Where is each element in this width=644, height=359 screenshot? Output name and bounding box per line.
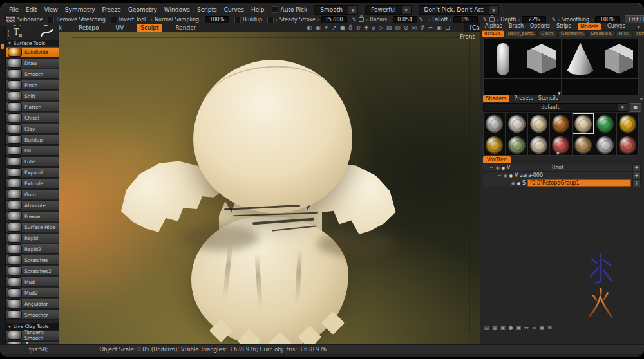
shader-tab[interactable]: Presets [515,95,533,102]
voxtree-row[interactable]: − ◉ ● V Root + [483,164,641,172]
shader-tab[interactable]: Stencils [538,95,558,102]
shader-swatch[interactable] [594,134,616,155]
model-category-tab[interactable]: Greebles. [588,30,614,37]
tool-button[interactable]: Shift [6,91,59,101]
tool-button[interactable]: Angulator [6,299,59,309]
tool-button[interactable]: Subdivide [6,47,59,57]
panel-tab[interactable]: Options [530,23,550,30]
increment-icon[interactable]: › [518,17,520,23]
menu-item[interactable]: Freeze [102,6,121,13]
model-category-tab[interactable]: Body_parts. [506,30,537,37]
panel-tab[interactable]: Alphas [485,23,502,30]
lock-icon[interactable] [359,17,364,22]
shader-swatch[interactable] [484,113,505,134]
pen-pressure-icon[interactable]: ✎ [352,17,357,23]
collapse-icon[interactable]: − [505,180,509,186]
checkbox-icon[interactable] [234,17,241,23]
menu-item[interactable]: View [44,6,58,13]
checkbox-icon[interactable] [111,17,117,23]
menu-item[interactable]: Scripts [197,6,217,13]
viewport-tool-icon[interactable]: ▤ [386,24,392,31]
decrement-icon[interactable]: ‹ [428,17,430,23]
model-category-tab[interactable]: Misc. [616,30,632,37]
pen-pressure-icon[interactable]: ✎ [551,17,556,23]
render-dot-icon[interactable]: ● [517,181,520,185]
menu-item[interactable]: Windows [164,6,190,13]
tool-button[interactable]: Surface Hide [6,222,59,232]
viewport-tool-icon[interactable]: ⊟ [445,24,450,31]
viewport-tool-icon[interactable]: ✶ [324,24,329,31]
voxtree-action-icon[interactable]: ⊠ [547,325,552,331]
panel-tab[interactable]: Models [578,23,601,30]
tool-button[interactable]: Expand [6,167,59,178]
model-category-tab[interactable]: Cloth. [538,30,557,37]
increment-icon[interactable]: › [317,17,319,23]
invert-tool-toggle[interactable]: Invert Tool [111,17,146,23]
voxtree-action-icon[interactable]: ▤ [484,325,489,331]
model-thumbnail[interactable] [600,79,638,95]
chevron-down-icon[interactable]: ▼ [489,6,498,14]
voxtree-action-icon[interactable]: ▦ [493,325,498,331]
chevron-down-icon[interactable]: ▼ [637,24,640,29]
tool-button[interactable]: Draw [6,58,59,68]
sidebar-scroll-strip[interactable] [0,26,6,344]
viewport-tool-icon[interactable]: ✚ [364,24,369,31]
model-thumbnail[interactable] [484,39,522,78]
menu-item[interactable]: File [9,6,19,13]
voxtree-action-icon[interactable]: ▣ [540,325,545,331]
voxtree-action-icon[interactable]: ● [509,325,513,331]
workspace-tab[interactable]: Render [171,24,200,32]
chevron-down-icon[interactable]: ▼ [348,6,357,14]
shader-swatch[interactable] [617,134,638,155]
voxtree-action-icon[interactable]: ↔ [524,325,529,331]
increment-icon[interactable]: › [389,17,391,23]
tool-button[interactable]: Scratches2 [6,266,59,276]
model-thumbnail[interactable] [484,79,522,95]
model-category-tab[interactable]: default. [482,30,504,37]
sculpt-model[interactable] [59,32,480,344]
lock-icon[interactable] [489,17,495,22]
model-thumbnail[interactable] [522,39,560,78]
tool-button[interactable]: Mud [6,277,59,287]
layer-name[interactable]: [0.0]RetopoGroup1 [527,180,631,187]
decrement-icon[interactable]: ‹ [558,17,560,23]
shader-swatch[interactable] [550,113,571,134]
viewport-tool-icon[interactable]: ⌐ [428,24,433,31]
panel-tab[interactable]: Brush [509,23,524,30]
decrement-icon[interactable]: ‹ [366,17,368,23]
tool-button[interactable]: Rapid2 [6,244,59,254]
viewport-tool-icon[interactable]: ▣ [436,24,442,31]
buildup-toggle[interactable]: Buildup [234,17,262,23]
checkbox-icon[interactable] [267,17,274,23]
workspace-tab[interactable]: UV [112,24,128,32]
sculpt-viewport[interactable]: Front [59,32,480,344]
model-category-tab[interactable]: Parts. [634,30,644,37]
tool-button[interactable]: Scratches [6,255,59,265]
shader-swatch[interactable] [617,113,638,134]
layer-name[interactable]: zara-000 [520,172,543,178]
panel-tab[interactable]: Strips [556,23,571,30]
render-dot-icon[interactable]: ● [509,173,513,178]
increment-icon[interactable]: › [591,17,593,23]
voxtree-action-icon[interactable]: ≡ [532,325,536,331]
tool-button[interactable]: Gum [6,189,59,199]
checkbox-icon[interactable] [272,6,278,13]
tool-button[interactable]: Rapid [6,233,59,243]
tool-button[interactable]: Smoother [6,309,59,320]
remove-stretching-toggle[interactable]: Remove Stretching [48,17,105,23]
tool-button[interactable]: Chisel [6,113,59,123]
tool-button[interactable]: Pinch [6,80,59,90]
workspace-tab[interactable]: Retopo [75,24,103,32]
workspace-tab[interactable]: Sculpt [137,24,162,32]
tool-button[interactable]: Freeze [6,211,59,221]
viewport-tool-icon[interactable]: ◐ [307,24,312,31]
increment-icon[interactable]: › [450,17,451,23]
model-thumbnail[interactable] [522,79,560,95]
panel-tab[interactable]: Curves [607,23,625,30]
layer-name[interactable]: Root [483,165,632,170]
shader-swatch[interactable] [506,134,527,155]
viewport-tool-icon[interactable]: ● [340,24,345,31]
collapse-arrow-icon[interactable]: ( [7,29,10,37]
tool-button[interactable]: Mud2 [6,288,59,298]
viewport-tool-icon[interactable]: # [420,24,425,31]
